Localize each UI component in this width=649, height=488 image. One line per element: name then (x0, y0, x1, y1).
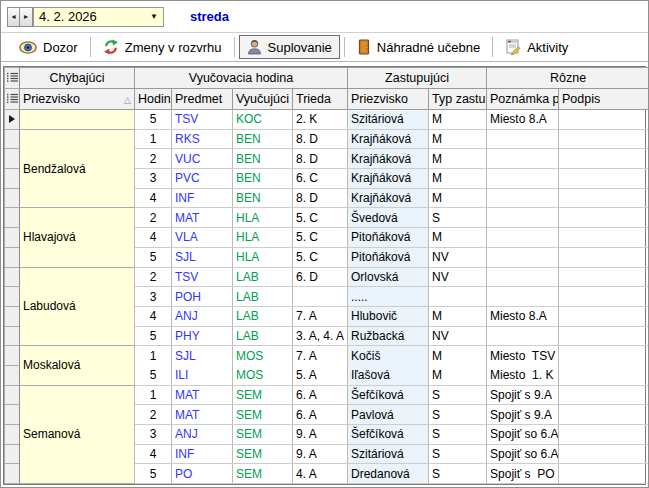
row-selector[interactable] (5, 149, 20, 169)
cell-podpis[interactable] (559, 326, 649, 346)
row-selector[interactable] (5, 346, 20, 366)
cell-vyucujuci[interactable]: SEM (233, 444, 293, 464)
cell-typ-zastup[interactable]: S (429, 208, 487, 228)
row-selector[interactable] (5, 110, 20, 130)
cell-typ-zastup[interactable]: M (429, 149, 487, 169)
column-header-hodina[interactable]: Hodina (135, 89, 172, 110)
cell-zastupujuci[interactable]: Krajňáková (348, 188, 429, 208)
absent-teacher-cell[interactable]: Semanová (20, 385, 135, 483)
cell-typ-zastup[interactable]: NV (429, 247, 487, 267)
cell-trieda[interactable]: 9. A (293, 444, 348, 464)
cell-vyucujuci[interactable]: BEN (233, 129, 293, 149)
row-selector[interactable] (5, 129, 20, 149)
column-header-podpis[interactable]: Podpis (559, 89, 649, 110)
cell-podpis[interactable] (559, 188, 649, 208)
cell-zastupujuci[interactable]: Krajňáková (348, 129, 429, 149)
date-combobox[interactable]: 4. 2. 2026 ▼ (33, 7, 164, 27)
cell-podpis[interactable] (559, 346, 649, 366)
row-selector[interactable] (5, 169, 20, 189)
cell-trieda[interactable]: 9. A (293, 425, 348, 445)
cell-podpis[interactable] (559, 405, 649, 425)
cell-poznamka[interactable] (487, 228, 559, 248)
cell-trieda[interactable]: 3. A, 4. A (293, 326, 348, 346)
cell-hodina[interactable]: 4 (135, 228, 172, 248)
grid-corner[interactable] (5, 89, 20, 110)
cell-hodina[interactable]: 4 (135, 188, 172, 208)
cell-zastupujuci[interactable]: ..... (348, 287, 429, 307)
cell-predmet[interactable]: TSV (172, 110, 233, 130)
cell-hodina[interactable]: 3 (135, 425, 172, 445)
cell-podpis[interactable] (559, 287, 649, 307)
cell-vyucujuci[interactable]: LAB (233, 287, 293, 307)
tab-suplovanie[interactable]: Suplovanie (239, 35, 340, 59)
cell-typ-zastup[interactable]: M (429, 365, 487, 385)
cell-trieda[interactable]: 6. D (293, 267, 348, 287)
cell-hodina[interactable]: 5 (135, 110, 172, 130)
row-selector[interactable] (5, 306, 20, 326)
cell-predmet[interactable]: POH (172, 287, 233, 307)
column-header-poznamka[interactable]: Poznámka p (487, 89, 559, 110)
cell-poznamka[interactable] (487, 326, 559, 346)
row-selector[interactable] (5, 208, 20, 228)
cell-hodina[interactable]: 5 (135, 365, 172, 385)
tab-zmeny-v-rozvrhu[interactable]: Zmeny v rozvrhu (95, 35, 230, 59)
cell-poznamka[interactable] (487, 149, 559, 169)
cell-trieda[interactable]: 5. C (293, 228, 348, 248)
cell-podpis[interactable] (559, 247, 649, 267)
row-selector[interactable] (5, 444, 20, 464)
absent-teacher-cell[interactable]: Bendžalová (20, 129, 135, 208)
cell-vyucujuci[interactable]: LAB (233, 326, 293, 346)
row-selector[interactable] (5, 425, 20, 445)
cell-trieda[interactable] (293, 287, 348, 307)
cell-podpis[interactable] (559, 425, 649, 445)
cell-poznamka[interactable] (487, 287, 559, 307)
cell-predmet[interactable]: RKS (172, 129, 233, 149)
cell-podpis[interactable] (559, 306, 649, 326)
absent-teacher-cell[interactable]: Hlavajová (20, 208, 135, 267)
cell-typ-zastup[interactable]: M (429, 110, 487, 130)
cell-hodina[interactable]: 5 (135, 326, 172, 346)
cell-vyucujuci[interactable]: BEN (233, 188, 293, 208)
tab-dozor[interactable]: Dozor (11, 36, 86, 59)
cell-zastupujuci[interactable]: Krajňáková (348, 149, 429, 169)
cell-podpis[interactable] (559, 464, 649, 484)
cell-vyucujuci[interactable]: KOC (233, 110, 293, 130)
cell-predmet[interactable]: INF (172, 188, 233, 208)
cell-hodina[interactable]: 3 (135, 287, 172, 307)
cell-poznamka[interactable] (487, 247, 559, 267)
cell-predmet[interactable]: SJL (172, 247, 233, 267)
cell-hodina[interactable]: 4 (135, 306, 172, 326)
cell-predmet[interactable]: MAT (172, 405, 233, 425)
cell-poznamka[interactable] (487, 169, 559, 189)
cell-trieda[interactable]: 4. A (293, 464, 348, 484)
cell-poznamka[interactable]: Miesto TSV (487, 346, 559, 366)
cell-poznamka[interactable] (487, 129, 559, 149)
cell-trieda[interactable]: 2. K (293, 110, 348, 130)
cell-podpis[interactable] (559, 208, 649, 228)
cell-poznamka[interactable]: Miesto 8.A (487, 306, 559, 326)
row-selector[interactable] (5, 267, 20, 287)
grid-corner[interactable] (5, 68, 20, 89)
cell-poznamka[interactable]: Spojiť so 6.A (487, 425, 559, 445)
cell-zastupujuci[interactable]: Pitoňáková (348, 228, 429, 248)
cell-typ-zastup[interactable]: M (429, 188, 487, 208)
cell-vyucujuci[interactable]: HLA (233, 228, 293, 248)
row-selector[interactable] (5, 365, 20, 385)
cell-poznamka[interactable]: Spojiť s 9.A (487, 385, 559, 405)
cell-podpis[interactable] (559, 385, 649, 405)
cell-poznamka[interactable]: Spojiť so 6.A (487, 444, 559, 464)
cell-podpis[interactable] (559, 129, 649, 149)
cell-predmet[interactable]: TSV (172, 267, 233, 287)
cell-trieda[interactable]: 7. A (293, 306, 348, 326)
cell-trieda[interactable]: 8. D (293, 149, 348, 169)
row-selector[interactable] (5, 405, 20, 425)
cell-zastupujuci[interactable]: Orlovská (348, 267, 429, 287)
cell-zastupujuci[interactable]: Pitoňáková (348, 247, 429, 267)
row-selector[interactable] (5, 228, 20, 248)
cell-podpis[interactable] (559, 169, 649, 189)
cell-typ-zastup[interactable]: M (429, 169, 487, 189)
cell-typ-zastup[interactable]: NV (429, 326, 487, 346)
cell-zastupujuci[interactable]: Švedová (348, 208, 429, 228)
cell-trieda[interactable]: 5. A (293, 365, 348, 385)
cell-zastupujuci[interactable]: Ružbacká (348, 326, 429, 346)
